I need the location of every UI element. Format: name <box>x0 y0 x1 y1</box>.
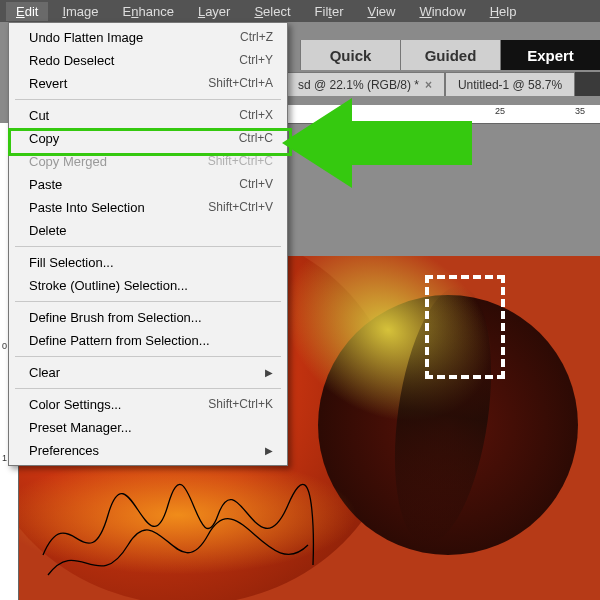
menu-window[interactable]: Window <box>409 2 475 21</box>
menu-view[interactable]: View <box>357 2 405 21</box>
menu-filter[interactable]: Filter <box>305 2 354 21</box>
menu-enhance[interactable]: Enhance <box>113 2 184 21</box>
menu-paste-into[interactable]: Paste Into SelectionShift+Ctrl+V <box>9 196 287 219</box>
submenu-arrow-icon: ▶ <box>265 364 273 381</box>
menu-separator <box>15 388 281 389</box>
menu-image[interactable]: Image <box>52 2 108 21</box>
menu-preset-manager[interactable]: Preset Manager... <box>9 416 287 439</box>
menu-edit[interactable]: Edit <box>6 2 48 21</box>
edit-menu: Undo Flatten ImageCtrl+Z Redo DeselectCt… <box>8 22 288 466</box>
annotation-arrow-icon <box>282 98 472 188</box>
mode-guided[interactable]: Guided <box>400 40 500 70</box>
menu-stroke-selection[interactable]: Stroke (Outline) Selection... <box>9 274 287 297</box>
menubar: Edit Image Enhance Layer Select Filter V… <box>0 0 600 22</box>
menu-color-settings[interactable]: Color Settings...Shift+Ctrl+K <box>9 393 287 416</box>
menu-preferences[interactable]: Preferences▶ <box>9 439 287 462</box>
menu-help[interactable]: Help <box>480 2 527 21</box>
close-icon[interactable]: × <box>425 78 432 92</box>
doc-tab-2[interactable]: Untitled-1 @ 58.7% <box>445 72 575 96</box>
paint-scribble <box>38 475 318 595</box>
menu-fill-selection[interactable]: Fill Selection... <box>9 251 287 274</box>
menu-revert[interactable]: RevertShift+Ctrl+A <box>9 72 287 95</box>
menu-paste[interactable]: PasteCtrl+V <box>9 173 287 196</box>
menu-select[interactable]: Select <box>244 2 300 21</box>
menu-copy[interactable]: CopyCtrl+C <box>9 127 287 150</box>
submenu-arrow-icon: ▶ <box>265 442 273 459</box>
doc-tab-1[interactable]: sd @ 22.1% (RGB/8) *× <box>285 72 445 96</box>
menu-separator <box>15 99 281 100</box>
menu-undo[interactable]: Undo Flatten ImageCtrl+Z <box>9 26 287 49</box>
marquee-selection[interactable] <box>425 275 505 379</box>
menu-delete[interactable]: Delete <box>9 219 287 242</box>
menu-define-brush[interactable]: Define Brush from Selection... <box>9 306 287 329</box>
menu-copy-merged: Copy MergedShift+Ctrl+C <box>9 150 287 173</box>
menu-separator <box>15 246 281 247</box>
menu-separator <box>15 301 281 302</box>
svg-marker-0 <box>282 98 472 188</box>
menu-define-pattern[interactable]: Define Pattern from Selection... <box>9 329 287 352</box>
menu-separator <box>15 356 281 357</box>
mode-tabs: Quick Guided Expert <box>300 40 600 70</box>
mode-quick[interactable]: Quick <box>300 40 400 70</box>
menu-redo[interactable]: Redo DeselectCtrl+Y <box>9 49 287 72</box>
menu-clear[interactable]: Clear▶ <box>9 361 287 384</box>
menu-layer[interactable]: Layer <box>188 2 241 21</box>
document-tabs: sd @ 22.1% (RGB/8) *× Untitled-1 @ 58.7% <box>285 72 600 96</box>
mode-expert[interactable]: Expert <box>500 40 600 70</box>
menu-cut[interactable]: CutCtrl+X <box>9 104 287 127</box>
